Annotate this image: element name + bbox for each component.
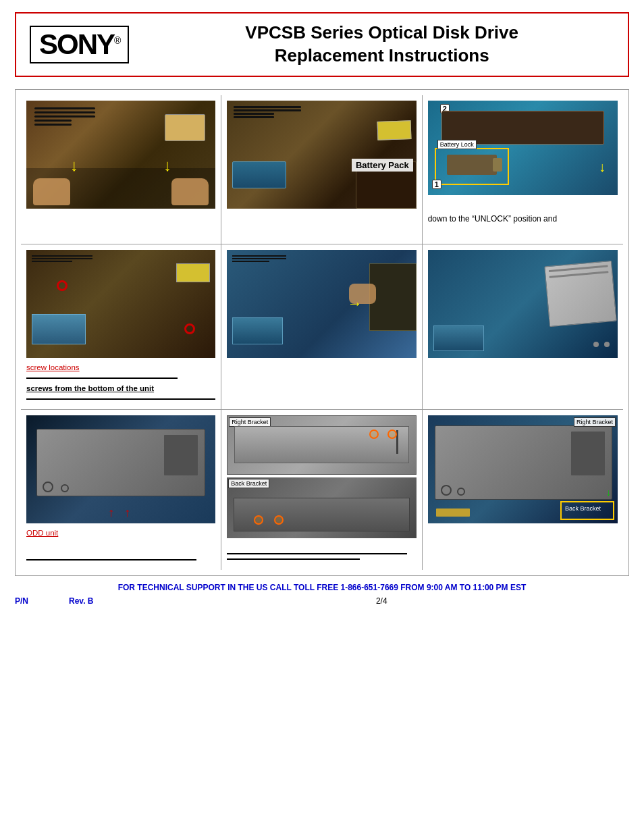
cell-r3c3: Right Bracket Back Bracket ↓ <box>423 410 623 570</box>
pn-label: P/N <box>15 596 28 606</box>
unlock-position-text: down to the “UNLOCK” position and <box>428 214 618 224</box>
badge-1: 1 <box>432 180 441 189</box>
image-container-r3c1: ↑ ↑ <box>26 415 215 523</box>
image-r3c3: Right Bracket Back Bracket ↓ <box>428 415 618 523</box>
right-bracket-label-top: Right Bracket <box>229 417 271 427</box>
logo-reg: ® <box>114 35 119 46</box>
image-r2c3 <box>428 250 618 358</box>
title-line1: VPCSB Series Optical Disk Drive <box>245 22 518 43</box>
image-r1c3: 2 Battery Lock 1 ↓ <box>428 101 618 195</box>
cell-r2c1: screw locations screws from the bottom o… <box>21 244 221 410</box>
back-bracket-label-r3c3: Back Bracket <box>563 504 603 513</box>
footer-pn-row: P/N Rev. B 2/4 <box>15 596 629 606</box>
image-container-r3c2: Right Bracket Back Bracket <box>227 415 416 544</box>
screw-circle-2 <box>184 323 195 334</box>
cell-r1c2: Battery Pack <box>221 95 422 244</box>
image-container-r2c1 <box>26 250 215 358</box>
grid-row-3: ↑ ↑ ODD unit Right Bracket <box>21 410 623 570</box>
image-r3c1: ↑ ↑ <box>26 415 215 523</box>
screw-circle-bracket-1 <box>387 429 397 439</box>
cell-r2c1-text: screw locations screws from the bottom o… <box>26 362 215 405</box>
right-bracket-label-r3c3: Right Bracket <box>574 417 616 427</box>
image-r1c1: ↓ ↓ <box>26 101 215 209</box>
logo-text: SONY <box>39 28 114 60</box>
back-bracket-label: Back Bracket <box>228 479 269 488</box>
cell-r2c3 <box>423 244 623 410</box>
odd-unit-link: ODD unit <box>26 527 215 539</box>
screw-circle-bracket-2 <box>369 429 379 439</box>
image-container-r3c3: Right Bracket Back Bracket ↓ <box>428 415 618 523</box>
cell-r2c2: → <box>221 244 422 410</box>
cell-r1c1: ↓ ↓ <box>21 95 221 244</box>
document-title: VPCSB Series Optical Disk Drive Replacem… <box>149 22 614 68</box>
image-container-r1c3: 2 Battery Lock 1 ↓ <box>428 101 618 209</box>
image-container-r2c2: → <box>227 250 416 358</box>
rev-label: Rev. B <box>69 596 93 606</box>
instruction-grid: ↓ ↓ <box>15 89 629 577</box>
image-container-r2c3 <box>428 250 618 358</box>
battery-pack-label: Battery Pack <box>352 159 413 172</box>
cell-r1c3-text: down to the “UNLOCK” position and <box>428 214 618 238</box>
cell-r3c2-text <box>227 548 416 564</box>
image-r2c1 <box>26 250 215 358</box>
page-number: 2/4 <box>376 596 387 606</box>
footer-support: FOR TECHNICAL SUPPORT IN THE US CALL TOL… <box>15 583 629 592</box>
sony-logo: SONY® <box>30 26 129 63</box>
support-text: FOR TECHNICAL SUPPORT IN THE US CALL TOL… <box>118 583 527 592</box>
image-container-r1c1: ↓ ↓ <box>26 101 215 209</box>
image-r2c2: → <box>227 250 416 358</box>
cell-r1c3: 2 Battery Lock 1 ↓ <box>423 95 623 244</box>
screws-text: screws from the bottom of the unit <box>26 383 215 394</box>
image-container-r1c2: Battery Pack <box>227 101 416 209</box>
yellow-box-battery-lock: Battery Lock 1 <box>435 148 509 185</box>
cell-r3c1-text: ODD unit <box>26 527 215 565</box>
screw-circle-1 <box>57 280 68 291</box>
grid-row-1: ↓ ↓ <box>21 95 623 244</box>
title-line2: Replacement Instructions <box>275 45 489 66</box>
battery-lock-label: Battery Lock <box>437 140 477 149</box>
screw-locations-link: screw locations <box>26 362 215 373</box>
cell-r3c1: ↑ ↑ ODD unit <box>21 410 221 570</box>
cell-r3c2: Right Bracket Back Bracket <box>221 410 422 570</box>
image-r1c2: Battery Pack <box>227 101 416 209</box>
yellow-box-back-bracket: Back Bracket <box>560 501 614 520</box>
page-header: SONY® VPCSB Series Optical Disk Drive Re… <box>15 12 629 77</box>
grid-row-2: screw locations screws from the bottom o… <box>21 244 623 411</box>
